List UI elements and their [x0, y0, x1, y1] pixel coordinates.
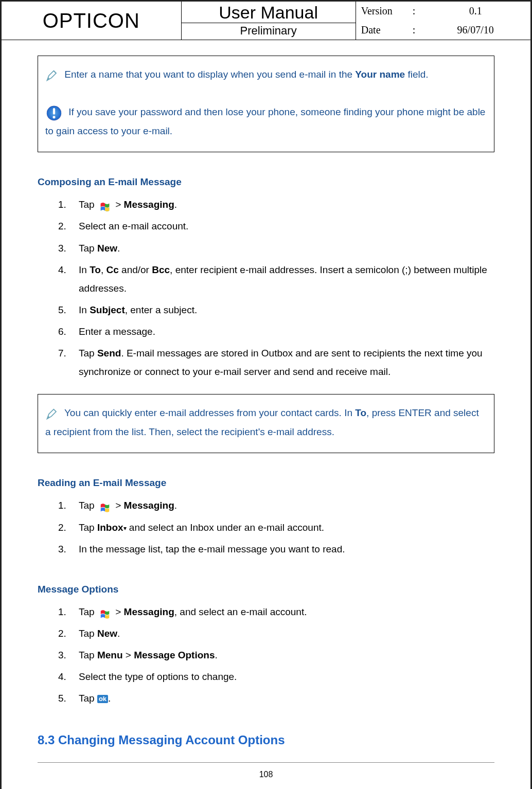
version-label: Version: [356, 2, 407, 21]
tip-warning-box: Enter a name that you want to display wh…: [38, 56, 494, 152]
text-bold: To: [90, 264, 101, 275]
meta-cell: Version : 0.1 Date : 96/07/10: [356, 2, 530, 40]
text-bold: Messaging: [124, 500, 174, 511]
text: Tap: [79, 606, 97, 617]
text: Select the type of options to change.: [79, 671, 237, 682]
list-item: 3.Tap Menu > Message Options.: [58, 646, 494, 665]
list-item: 7.Tap Send. E-mail messages are stored i…: [58, 344, 494, 381]
text-bold: Subject: [90, 304, 125, 315]
header: OPTICON User Manual Preliminary Version …: [2, 2, 530, 40]
list-item: 1. Tap > Messaging.: [58, 195, 494, 214]
text-bold: Message Options: [134, 650, 215, 660]
text: , and select an e-mail account.: [174, 606, 307, 617]
windows-start-icon: [99, 501, 111, 513]
text: . E-mail messages are stored in Outbox a…: [79, 348, 483, 377]
text: and select an Inbox under an e-mail acco…: [127, 522, 324, 533]
text: ,: [101, 264, 107, 275]
text-bold: Inbox: [97, 522, 123, 533]
document-page: OPTICON User Manual Preliminary Version …: [0, 0, 532, 789]
version-value: 0.1: [420, 2, 530, 21]
text: and/or: [119, 264, 152, 275]
text: .: [117, 243, 120, 254]
windows-start-icon: [99, 201, 111, 212]
colon: :: [407, 21, 421, 40]
doc-title: User Manual: [182, 2, 356, 23]
alert-icon: [45, 103, 66, 122]
text-bold: Send: [97, 348, 121, 358]
text: Tap: [79, 500, 97, 511]
list-item: 2.Select an e-mail account.: [58, 217, 494, 236]
text: >: [113, 606, 124, 617]
tip1-text-end: field.: [405, 69, 428, 80]
text-bold: Menu: [97, 650, 123, 660]
tip1-text: Enter a name that you want to display wh…: [64, 69, 355, 80]
text: .: [108, 693, 111, 704]
text: .: [117, 628, 120, 639]
section-8-3-title: 8.3 Changing Messaging Account Options: [38, 728, 494, 752]
text-bold: Messaging: [124, 606, 174, 617]
text: >: [113, 199, 124, 210]
text: >: [123, 650, 134, 660]
text: .: [174, 500, 177, 511]
date-label: Date: [356, 21, 407, 40]
text-bold: Bcc: [152, 264, 170, 275]
doc-subtitle: Preliminary: [182, 23, 356, 40]
tip-box-2: You can quickly enter e-mail addresses f…: [38, 394, 494, 453]
text: In: [79, 264, 90, 275]
page-number: 108: [38, 762, 494, 784]
list-item: 4.Select the type of options to change.: [58, 668, 494, 686]
section-msgoptions-title: Message Options: [38, 580, 494, 599]
text-bold: New: [97, 628, 117, 639]
title-cell: User Manual Preliminary: [182, 2, 356, 40]
text: Tap: [79, 693, 97, 704]
list-item: 4.In To, Cc and/or Bcc, enter recipient …: [58, 261, 494, 298]
warning-text: If you save your password and then lose …: [45, 106, 485, 136]
text: In the message list, tap the e-mail mess…: [79, 544, 345, 554]
text: Tap: [79, 348, 97, 358]
section-reading-list: 1. Tap > Messaging. 2.Tap Inbox▾ and sel…: [38, 496, 494, 558]
text: Select an e-mail account.: [79, 221, 188, 231]
text: In: [79, 304, 90, 315]
text: .: [174, 199, 177, 210]
svg-rect-3: [53, 108, 55, 115]
section-composing-title: Composing an E-mail Message: [38, 173, 494, 191]
pencil-tip-icon: [45, 404, 62, 423]
text: , enter a subject.: [125, 304, 197, 315]
list-item: 2.Tap New.: [58, 624, 494, 643]
svg-point-4: [52, 116, 55, 118]
section-reading-title: Reading an E-mail Message: [38, 474, 494, 492]
brand-cell: OPTICON: [2, 2, 182, 40]
tip1-bold: Your name: [355, 69, 405, 80]
text: >: [113, 500, 124, 511]
list-item: 2.Tap Inbox▾ and select an Inbox under a…: [58, 518, 494, 537]
text-bold: New: [97, 243, 117, 254]
text-bold: Messaging: [124, 199, 174, 210]
content: Enter a name that you want to display wh…: [2, 40, 530, 789]
list-item: 1. Tap > Messaging.: [58, 496, 494, 515]
tip2-bold: To: [355, 407, 366, 418]
tip2-text: You can quickly enter e-mail addresses f…: [64, 407, 355, 418]
text: Tap: [79, 628, 97, 639]
list-item: 3.In the message list, tap the e-mail me…: [58, 540, 494, 559]
ok-button-icon: ok: [97, 695, 108, 703]
text: Tap: [79, 199, 97, 210]
text: Tap: [79, 243, 97, 254]
windows-start-icon: [99, 608, 111, 619]
text: .: [215, 650, 218, 660]
list-item: 3.Tap New.: [58, 239, 494, 258]
text: Tap: [79, 650, 97, 660]
section-msgoptions-list: 1. Tap > Messaging, and select an e-mail…: [38, 603, 494, 708]
text: Tap: [79, 522, 97, 533]
colon: :: [407, 2, 421, 21]
list-item: 6.Enter a message.: [58, 322, 494, 341]
list-item: 1. Tap > Messaging, and select an e-mail…: [58, 603, 494, 621]
text: Enter a message.: [79, 326, 155, 337]
list-item: 5.Tap ok.: [58, 689, 494, 708]
section-composing-list: 1. Tap > Messaging. 2.Select an e-mail a…: [38, 195, 494, 381]
list-item: 5.In Subject, enter a subject.: [58, 301, 494, 319]
pencil-tip-icon: [45, 66, 62, 84]
date-value: 96/07/10: [420, 21, 530, 40]
text-bold: Cc: [107, 264, 119, 275]
